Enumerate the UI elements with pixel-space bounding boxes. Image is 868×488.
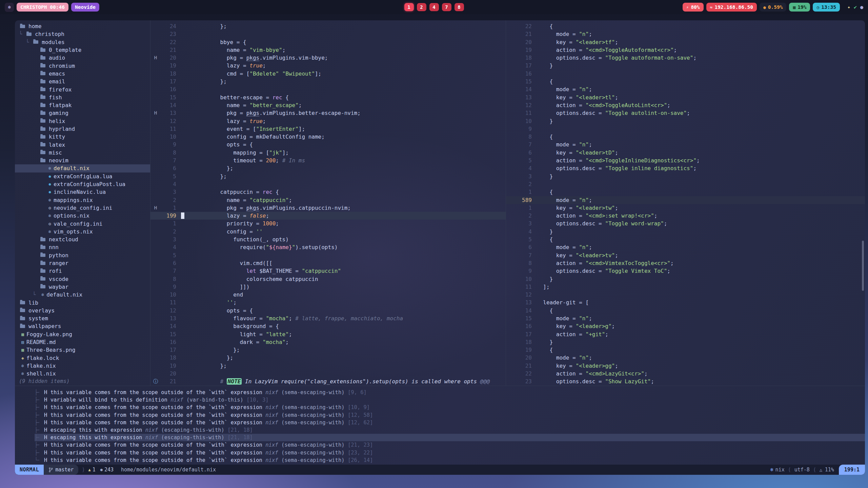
code-line[interactable]: 3 catppuccin = rec { <box>150 188 506 196</box>
diagnostic-row[interactable]: ├╴ H this variable comes from the scope … <box>35 449 865 456</box>
code-line[interactable]: 14 background = { <box>150 322 506 330</box>
code-line[interactable]: 15 mode = "n"; <box>506 314 865 322</box>
code-line[interactable]: 23 <box>150 30 506 38</box>
tree-file-extraConfigLua.lua[interactable]: ●extraConfigLua.lua <box>15 172 150 180</box>
code-line[interactable]: 8 mapping = ["jk"]; <box>150 149 506 157</box>
code-line[interactable]: 17 }; <box>150 78 506 85</box>
code-line[interactable]: 9 opts = { <box>150 141 506 148</box>
tree-folder-overlays[interactable]: overlays <box>15 307 150 314</box>
editor-left-pane[interactable]: 24 };2322 bbye = {21 name = "vim-bbye";H… <box>150 20 506 386</box>
code-line[interactable]: 589 mode = "n"; <box>506 196 865 204</box>
code-line[interactable]: 19 action = "<cmd>ToggleAutoformat<cr>"; <box>506 46 865 54</box>
tree-folder-0_template[interactable]: 0_template <box>15 46 150 54</box>
code-line[interactable]: 11 ''; <box>150 299 506 306</box>
code-line[interactable]: 16 key = "<leader>g"; <box>506 322 865 330</box>
code-line[interactable]: 1 priority = 1000; <box>150 220 506 227</box>
tree-folder-flatpak[interactable]: flatpak <box>15 101 150 109</box>
code-line[interactable]: 10 config = mkDefaultConfig name; <box>150 133 506 141</box>
notify-tray-icon[interactable]: ● <box>860 4 863 10</box>
diagnostic-row[interactable]: ├╴ H this variable comes from the scope … <box>35 419 865 426</box>
git-branch[interactable]: master <box>44 465 78 475</box>
tree-folder-rofi[interactable]: rofi <box>15 267 150 275</box>
tree-file-flake.lock[interactable]: ◈flake.lock <box>15 354 150 362</box>
code-line[interactable]: 4 <box>150 180 506 188</box>
code-line[interactable]: 10 } <box>506 117 865 125</box>
code-line[interactable]: 12 action = "<cmd>ToggleAutoLint<cr>"; <box>506 101 865 109</box>
tree-folder-wallpapers[interactable]: wallpapers <box>15 322 150 330</box>
code-line[interactable]: 9 options.desc = "Toggle Vimtex ToC"; <box>506 267 865 275</box>
code-line[interactable]: 13 leader-git = [ <box>506 299 865 306</box>
code-line[interactable]: 7 mode = "n"; <box>506 141 865 148</box>
code-line[interactable]: 24 }; <box>150 22 506 30</box>
code-line[interactable]: 5 { <box>506 236 865 243</box>
tree-folder-python[interactable]: python <box>15 251 150 259</box>
tree-folder-home[interactable]: home <box>15 22 150 30</box>
code-line[interactable]: H1 pkg = pkgs.vimPlugins.catppuccin-nvim… <box>150 204 506 212</box>
code-line[interactable]: 14 mode = "n"; <box>506 85 865 93</box>
tree-file-vale_config.ini[interactable]: ⚙vale_config.ini <box>15 220 150 227</box>
code-line[interactable]: 4 options.desc = "Toggle inline diagnost… <box>506 164 865 172</box>
scrollbar-thumb[interactable] <box>862 241 864 291</box>
code-line[interactable]: 18 }; <box>150 354 506 362</box>
code-line[interactable]: 17 }; <box>150 346 506 354</box>
code-line[interactable]: 13 flavour = "mocha"; # latte, frappe, m… <box>150 314 506 322</box>
code-line[interactable]: 12 opts = { <box>150 307 506 314</box>
tree-folder-chromium[interactable]: chromium <box>15 62 150 69</box>
tree-file-README.md[interactable]: ▤README.md <box>15 338 150 346</box>
tree-folder-emacs[interactable]: emacs <box>15 70 150 78</box>
code-line[interactable]: 20 key = "<leader>tf"; <box>506 38 865 46</box>
code-line[interactable]: 10 end <box>150 291 506 299</box>
code-line[interactable]: 22 action = "<cmd>LazyGit<cr>"; <box>506 370 865 378</box>
diagnostic-row[interactable]: └╴ H this variable comes from the scope … <box>35 456 865 464</box>
hint-count[interactable]: ● 243 <box>100 467 114 473</box>
diagnostic-row[interactable]: ├╴ H escaping this with expression nixf … <box>35 434 865 441</box>
code-line[interactable]: 16 <box>506 70 865 78</box>
code-line[interactable]: 18 } <box>506 338 865 346</box>
code-line[interactable]: 7 key = "<leader>tv"; <box>506 251 865 259</box>
code-line[interactable]: 17 action = "+git"; <box>506 330 865 338</box>
tree-file-flake.nix[interactable]: ❄flake.nix <box>15 362 150 370</box>
tree-folder-vscode[interactable]: vscode <box>15 275 150 283</box>
code-line[interactable]: 21 name = "vim-bbye"; <box>150 46 506 54</box>
tree-folder-latex[interactable]: latex <box>15 141 150 148</box>
code-line[interactable]: 16 dark = "mocha"; <box>150 338 506 346</box>
code-line[interactable]: 6 mode = "n"; <box>506 243 865 251</box>
hint-tray-icon[interactable]: ✦ <box>847 4 850 10</box>
code-line[interactable]: 12 <box>506 291 865 299</box>
tree-file-Three-Bears.png[interactable]: ▦Three-Bears.png <box>15 346 150 354</box>
tree-folder-lib[interactable]: lib <box>15 299 150 306</box>
code-line[interactable]: 4 } <box>506 228 865 236</box>
tree-file-Foggy-Lake.png[interactable]: ▦Foggy-Lake.png <box>15 330 150 338</box>
code-line[interactable]: 20 mode = "n"; <box>506 354 865 362</box>
code-line[interactable]: H13 pkg = pkgs.vimPlugins.better-escape-… <box>150 109 506 117</box>
code-line[interactable]: 18 options.desc = "Toggle autoformat-on-… <box>506 54 865 62</box>
nixos-logo[interactable]: ❄ <box>5 3 14 12</box>
tree-folder-hyprland[interactable]: hyprland <box>15 125 150 133</box>
diagnostic-row[interactable]: ├╴ H this variable comes from the scope … <box>35 411 865 419</box>
code-line[interactable]: 12 lazy = true; <box>150 117 506 125</box>
tree-file-default.nix[interactable]: ❄default.nix <box>15 164 150 172</box>
tree-file-mappings.nix[interactable]: ❄mappings.nix <box>15 196 150 204</box>
code-line[interactable]: 23 options.desc = "Show LazyGit"; <box>506 378 865 385</box>
code-line[interactable]: 6 key = "<leader>tD"; <box>506 149 865 157</box>
tree-file-shell.nix[interactable]: ❄shell.nix <box>15 370 150 378</box>
tree-folder-email[interactable]: email <box>15 78 150 85</box>
tree-folder-modules[interactable]: └ modules <box>15 38 150 46</box>
code-line[interactable]: 8 colorscheme catppuccin <box>150 275 506 283</box>
code-line[interactable]: 14 { <box>506 307 865 314</box>
tree-folder-gaming[interactable]: gaming <box>15 109 150 117</box>
code-line[interactable]: 1 { <box>506 188 865 196</box>
workspace-2[interactable]: 2 <box>417 3 426 11</box>
diagnostic-row[interactable]: ├╴ H escaping this with expression nixf … <box>35 426 865 434</box>
workspace-1[interactable]: 1 <box>404 3 414 11</box>
code-line[interactable]: 4 require("${name}").setup(opts) <box>150 243 506 251</box>
tree-folder-fish[interactable]: fish <box>15 94 150 101</box>
diagnostic-row[interactable]: ├╴ H this variable comes from the scope … <box>35 441 865 449</box>
warning-count[interactable]: ▲ 1 <box>88 467 95 473</box>
diagnostic-row[interactable]: ├╴ H this variable comes from the scope … <box>35 389 865 396</box>
check-tray-icon[interactable]: ✔ <box>854 4 857 10</box>
tree-folder-ranger[interactable]: ranger <box>15 259 150 267</box>
code-line[interactable]: 16 <box>150 85 506 93</box>
tree-folder-system[interactable]: system <box>15 314 150 322</box>
code-line[interactable]: 20 <box>150 370 506 378</box>
